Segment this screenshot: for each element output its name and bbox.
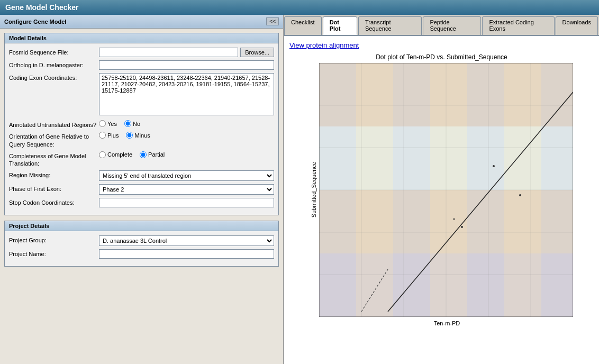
utr-no-radio[interactable] — [124, 120, 131, 127]
svg-container: 500 1000 1500 2000 2500 3000 — [319, 63, 573, 317]
coding-exon-label: Coding Exon Coordinates: — [9, 73, 99, 81]
stop-codon-input[interactable]: 12886-12884 — [99, 198, 274, 207]
ortholog-row: Ortholog in D. melanogaster: Ten-m-PD — [9, 60, 274, 70]
coding-exon-textarea[interactable]: 25758-25120, 24498-23611, 23248-22364, 2… — [99, 73, 274, 115]
coding-exon-row: Coding Exon Coordinates: 25758-25120, 24… — [9, 73, 274, 117]
project-group-select[interactable]: D. ananassae 3L Control — [99, 235, 274, 246]
svg-point-27 — [453, 219, 455, 220]
project-name-control: fosmid_1475K17 — [99, 249, 274, 259]
phase-row: Phase of First Exon: Phase 0 Phase 1 Pha… — [9, 184, 274, 195]
orientation-control: Plus Minus — [99, 132, 274, 139]
configure-title: Configure Gene Model — [4, 19, 66, 25]
fosmid-label: Fosmid Sequence File: — [9, 48, 99, 56]
stop-codon-row: Stop Codon Coordinates: 12886-12884 — [9, 198, 274, 207]
completeness-complete-option[interactable]: Complete — [99, 151, 132, 158]
left-panel: Configure Gene Model << Model Details Fo… — [0, 15, 284, 364]
coding-exon-control: 25758-25120, 24498-23611, 23248-22364, 2… — [99, 73, 274, 117]
svg-point-24 — [493, 165, 495, 167]
orientation-row: Orientation of Gene Relative to Query Se… — [9, 132, 274, 148]
orientation-minus-radio[interactable] — [126, 132, 133, 139]
orientation-minus-label: Minus — [134, 132, 150, 139]
y-axis-label: Submitted_Sequence — [311, 162, 317, 217]
completeness-partial-radio[interactable] — [140, 151, 147, 158]
fosmid-input[interactable]: C:\fakepath\fosmid_1475K17.fasta — [99, 48, 238, 57]
svg-point-26 — [461, 226, 463, 228]
orientation-label: Orientation of Gene Relative to Query Se… — [9, 132, 99, 148]
dot-plot-title: Dot plot of Ten-m-PD vs. Submitted_Seque… — [289, 53, 594, 61]
completeness-label: Completeness of Gene Model Translation: — [9, 151, 99, 168]
orientation-plus-label: Plus — [107, 132, 119, 139]
ortholog-control: Ten-m-PD — [99, 60, 274, 70]
tabs-bar: Checklist Dot Plot Transcript Sequence P… — [284, 15, 599, 36]
completeness-complete-label: Complete — [107, 151, 132, 158]
project-group-control: D. ananassae 3L Control — [99, 235, 274, 246]
project-details-content: Project Group: D. ananassae 3L Control P… — [5, 231, 278, 266]
svg-point-25 — [519, 194, 521, 196]
orientation-minus-option[interactable]: Minus — [126, 132, 150, 139]
utr-yes-option[interactable]: Yes — [99, 120, 117, 127]
dot-plot-container: Submitted_Sequence — [289, 63, 594, 326]
utr-label: Annotated Untranslated Regions? — [9, 120, 99, 129]
tab-transcript[interactable]: Transcript Sequence — [358, 16, 422, 35]
utr-no-label: No — [133, 121, 140, 127]
region-missing-label: Region Missing: — [9, 170, 99, 179]
model-details-title: Model Details — [5, 33, 278, 43]
phase-select[interactable]: Phase 0 Phase 1 Phase 2 — [99, 184, 274, 195]
configure-header: Configure Gene Model << — [0, 15, 283, 29]
fosmid-control: C:\fakepath\fosmid_1475K17.fasta Browse.… — [99, 48, 274, 57]
phase-label: Phase of First Exon: — [9, 184, 99, 193]
tab-peptide[interactable]: Peptide Sequence — [423, 16, 481, 35]
app-title: Gene Model Checker — [0, 0, 599, 15]
project-group-row: Project Group: D. ananassae 3L Control — [9, 235, 274, 246]
project-name-label: Project Name: — [9, 249, 99, 258]
completeness-partial-option[interactable]: Partial — [140, 151, 165, 158]
dot-plot-svg: 500 1000 1500 2000 2500 3000 — [319, 63, 573, 317]
region-missing-control: Missing 5' end of translated region Miss… — [99, 170, 274, 181]
project-group-label: Project Group: — [9, 235, 99, 244]
phase-control: Phase 0 Phase 1 Phase 2 — [99, 184, 274, 195]
completeness-row: Completeness of Gene Model Translation: … — [9, 151, 274, 168]
ortholog-label: Ortholog in D. melanogaster: — [9, 60, 99, 69]
tab-content: View protein alignment Dot plot of Ten-m… — [284, 36, 599, 364]
left-content: Model Details Fosmid Sequence File: C:\f… — [0, 29, 283, 364]
orientation-plus-option[interactable]: Plus — [99, 132, 119, 139]
utr-yes-radio[interactable] — [99, 120, 106, 127]
title-text: Gene Model Checker — [5, 3, 79, 12]
collapse-button[interactable]: << — [266, 17, 279, 25]
stop-codon-control: 12886-12884 — [99, 198, 274, 207]
tab-coding-exons[interactable]: Extracted Coding Exons — [482, 16, 554, 35]
ortholog-input[interactable]: Ten-m-PD — [99, 60, 274, 70]
region-missing-select[interactable]: Missing 5' end of translated region Miss… — [99, 170, 274, 181]
orientation-plus-radio[interactable] — [99, 132, 106, 139]
tab-downloads[interactable]: Downloads — [556, 16, 598, 35]
project-name-row: Project Name: fosmid_1475K17 — [9, 249, 274, 259]
model-details-section: Model Details Fosmid Sequence File: C:\f… — [4, 33, 279, 215]
browse-button[interactable]: Browse... — [240, 48, 274, 57]
utr-control: Yes No — [99, 120, 274, 127]
x-axis-label: Ten-m-PD — [311, 320, 573, 326]
plot-wrapper: Submitted_Sequence — [311, 63, 573, 326]
utr-yes-label: Yes — [107, 121, 117, 127]
project-details-title: Project Details — [5, 221, 278, 231]
utr-row: Annotated Untranslated Regions? Yes No — [9, 120, 274, 129]
completeness-complete-radio[interactable] — [99, 151, 106, 158]
region-missing-row: Region Missing: Missing 5' end of transl… — [9, 170, 274, 181]
model-details-content: Fosmid Sequence File: C:\fakepath\fosmid… — [5, 43, 278, 215]
tab-checklist[interactable]: Checklist — [284, 16, 322, 35]
fosmid-row: Fosmid Sequence File: C:\fakepath\fosmid… — [9, 48, 274, 57]
project-name-input[interactable]: fosmid_1475K17 — [99, 249, 274, 259]
protein-alignment-link[interactable]: View protein alignment — [289, 41, 594, 49]
tab-dotplot[interactable]: Dot Plot — [323, 16, 357, 35]
utr-no-option[interactable]: No — [124, 120, 140, 127]
completeness-control: Complete Partial — [99, 151, 274, 158]
project-details-section: Project Details Project Group: D. ananas… — [4, 221, 279, 267]
right-panel: Checklist Dot Plot Transcript Sequence P… — [284, 15, 599, 364]
stop-codon-label: Stop Codon Coordinates: — [9, 198, 99, 206]
completeness-partial-label: Partial — [148, 151, 165, 158]
